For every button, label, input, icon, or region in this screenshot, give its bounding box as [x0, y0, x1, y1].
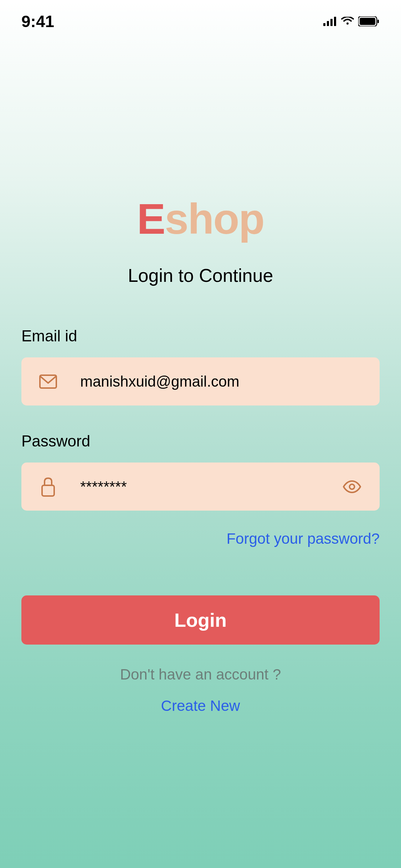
- password-input[interactable]: [80, 478, 342, 495]
- email-label: Email id: [21, 327, 380, 345]
- svg-rect-5: [360, 18, 375, 25]
- status-icons: [323, 16, 380, 26]
- email-field-group: Email id: [21, 327, 380, 405]
- forgot-password-link[interactable]: Forgot your password?: [21, 530, 380, 547]
- logo-section: Eshop Login to Continue: [21, 194, 380, 286]
- email-icon: [39, 374, 57, 389]
- lock-icon: [39, 477, 57, 497]
- eye-icon[interactable]: [342, 480, 362, 494]
- create-new-link[interactable]: Create New: [161, 697, 240, 714]
- svg-rect-2: [330, 19, 333, 26]
- login-button[interactable]: Login: [21, 595, 380, 645]
- svg-rect-6: [377, 20, 379, 23]
- logo-e-letter: E: [137, 195, 165, 243]
- password-field-group: Password: [21, 432, 380, 511]
- svg-rect-8: [42, 485, 54, 496]
- battery-icon: [358, 16, 380, 26]
- svg-rect-0: [323, 23, 325, 26]
- page-content: Eshop Login to Continue Email id Passwor…: [0, 194, 401, 714]
- signup-section: Don't have an account ? Create New: [21, 666, 380, 714]
- status-bar: 9:41: [0, 0, 401, 39]
- svg-rect-7: [40, 375, 56, 388]
- no-account-text: Don't have an account ?: [21, 666, 380, 683]
- login-form: Email id Password: [21, 327, 380, 714]
- email-input[interactable]: [80, 373, 362, 390]
- password-label: Password: [21, 432, 380, 450]
- status-time: 9:41: [21, 12, 54, 31]
- email-input-wrapper[interactable]: [21, 357, 380, 405]
- app-logo: Eshop: [21, 194, 380, 243]
- password-input-wrapper[interactable]: [21, 463, 380, 511]
- svg-rect-3: [334, 17, 336, 26]
- page-subtitle: Login to Continue: [21, 265, 380, 286]
- logo-shop-word: shop: [165, 195, 264, 243]
- svg-rect-1: [327, 21, 329, 26]
- svg-point-9: [350, 484, 355, 489]
- cellular-signal-icon: [323, 17, 337, 26]
- wifi-icon: [341, 17, 354, 26]
